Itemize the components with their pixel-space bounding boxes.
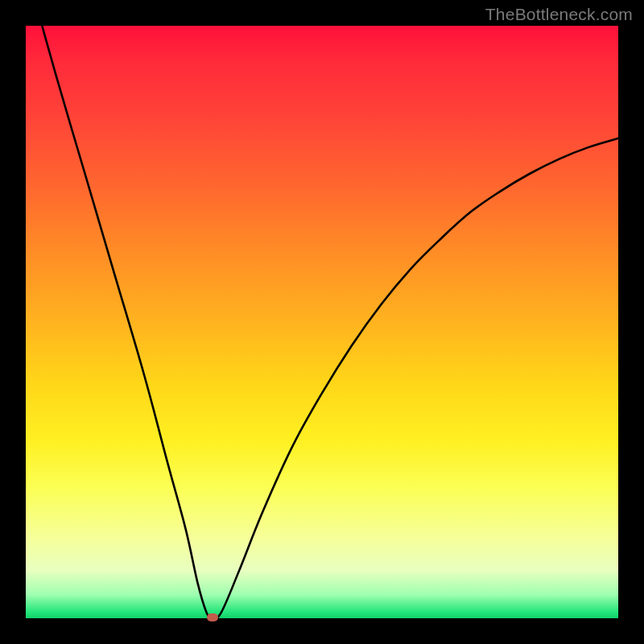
- watermark-text: TheBottleneck.com: [485, 5, 633, 24]
- optimum-marker: [207, 613, 218, 621]
- plot-area: [26, 26, 618, 618]
- chart-frame: TheBottleneck.com: [0, 0, 644, 644]
- bottleneck-curve: [26, 26, 618, 618]
